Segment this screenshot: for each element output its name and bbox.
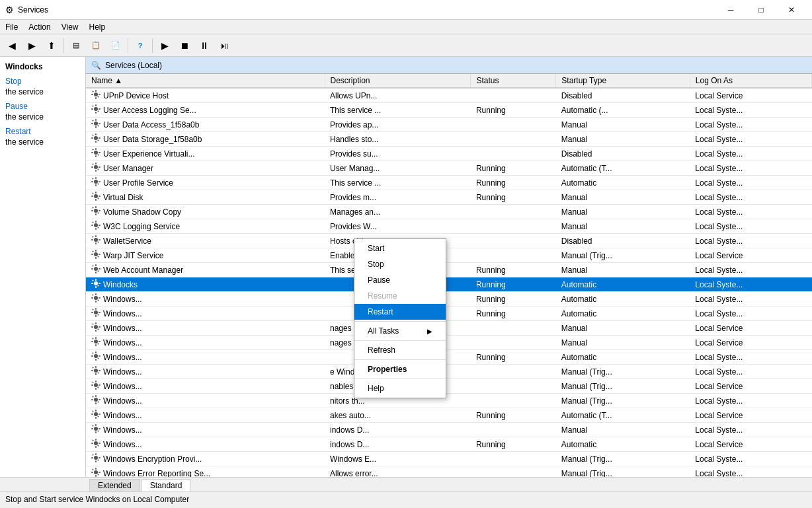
menu-help[interactable]: Help [84, 21, 111, 33]
svg-rect-67 [99, 225, 101, 226]
col-header-status[interactable]: Status [471, 74, 556, 88]
table-row[interactable]: User ManagerUser Manag...RunningAutomati… [86, 161, 812, 176]
context-menu-item-all-tasks[interactable]: All Tasks▶ [354, 323, 446, 339]
maximize-button[interactable]: □ [746, 0, 776, 20]
col-header-logon[interactable]: Log On As [690, 74, 811, 88]
service-status [471, 365, 556, 379]
service-status [471, 423, 556, 437]
menu-action[interactable]: Action [23, 21, 56, 33]
menu-bar: File Action View Help [0, 20, 812, 34]
table-row[interactable]: User Experience Virtuali...Provides su..… [86, 147, 812, 161]
svg-rect-162 [95, 424, 97, 426]
svg-rect-183 [95, 468, 97, 470]
service-status: Running [471, 307, 556, 321]
service-logon: Local Syste... [690, 277, 811, 292]
svg-rect-3 [91, 94, 93, 95]
context-menu-item-refresh[interactable]: Refresh [354, 342, 446, 358]
toolbar-copy[interactable]: 📋 [87, 36, 105, 55]
tab-standard[interactable]: Standard [142, 479, 191, 491]
table-row[interactable]: Warp JIT ServiceEnables JIT ...Manual (T… [86, 248, 812, 263]
service-logon: Local Syste... [690, 466, 811, 478]
table-row[interactable]: WalletServiceHosts objec...DisabledLocal… [86, 234, 812, 248]
table-row[interactable]: User Data Access_1f58a0bProvides ap...Ma… [86, 118, 812, 132]
table-row[interactable]: Web Account ManagerThis service ...Runni… [86, 263, 812, 277]
svg-rect-172 [99, 443, 101, 444]
minimize-button[interactable]: ─ [715, 0, 746, 20]
service-status: Running [471, 292, 556, 307]
table-row[interactable]: Windows...nages au...ManualLocal Service [86, 336, 812, 350]
svg-rect-46 [99, 181, 101, 182]
service-logon: Local Syste... [690, 263, 811, 277]
toolbar-up[interactable]: ⬆ [42, 36, 61, 55]
toolbar-stop[interactable]: ⏹ [175, 36, 194, 55]
table-row[interactable]: Windows...indows D...ManualLocal Syste..… [86, 423, 812, 437]
menu-view[interactable]: View [56, 21, 84, 33]
toolbar-back[interactable]: ◀ [3, 36, 21, 55]
service-icon [91, 395, 101, 406]
table-row[interactable]: Windows...akes auto...RunningAutomatic (… [86, 408, 812, 423]
context-menu-item-pause[interactable]: Pause [354, 272, 446, 288]
toolbar-properties[interactable]: 📄 [106, 36, 125, 55]
table-row[interactable]: Windows Error Reporting Se...Allows erro… [86, 466, 812, 478]
table-row[interactable]: Windows...nages au...ManualLocal Service [86, 321, 812, 336]
table-row[interactable]: Windows...RunningAutomaticLocal Syste... [86, 292, 812, 307]
toolbar-show-hide[interactable]: ▤ [67, 36, 85, 55]
toolbar-pause[interactable]: ⏸ [195, 36, 214, 55]
context-menu-item-help[interactable]: Help [354, 381, 446, 396]
svg-rect-64 [95, 221, 97, 223]
service-desc: This service ... [325, 103, 471, 118]
table-row[interactable]: User Access Logging Se...This service ..… [86, 103, 812, 118]
services-table-container[interactable]: Name ▲ Description Status Startup Type L… [86, 74, 812, 477]
table-row[interactable]: W3C Logging ServiceProvides W...ManualLo… [86, 219, 812, 234]
table-row[interactable]: User Data Storage_1f58a0bHandles sto...M… [86, 132, 812, 147]
table-row[interactable]: Windows...e Windo...Manual (Trig...Local… [86, 365, 812, 379]
table-row[interactable]: Windows...nitors th...Manual (Trig...Loc… [86, 394, 812, 408]
service-desc: Allows error... [325, 466, 471, 478]
restart-service-link[interactable]: Restart [5, 127, 80, 136]
svg-rect-62 [97, 212, 99, 214]
col-header-name[interactable]: Name ▲ [86, 74, 325, 88]
svg-rect-101 [91, 297, 93, 299]
table-row[interactable]: UPnP Device HostAllows UPn...DisabledLoc… [86, 88, 812, 103]
context-menu-item-restart[interactable]: Restart [354, 304, 446, 320]
tab-extended[interactable]: Extended [89, 479, 140, 491]
service-desc: Provides m... [325, 190, 471, 205]
service-startup: Manual [556, 336, 690, 350]
context-menu-item-stop[interactable]: Stop [354, 256, 446, 272]
table-row[interactable]: Windows...nables mul...Manual (Trig...Lo… [86, 379, 812, 394]
toolbar-play[interactable]: ▶ [155, 36, 174, 55]
col-header-startup[interactable]: Startup Type [556, 74, 690, 88]
table-row[interactable]: Virtual DiskProvides m...RunningManualLo… [86, 190, 812, 205]
tab-bar: Extended Standard [0, 477, 812, 491]
svg-rect-89 [92, 265, 94, 267]
table-row[interactable]: Volume Shadow CopyManages an...ManualLoc… [86, 205, 812, 219]
service-name: Windows... [103, 382, 142, 391]
toolbar-sep2 [128, 38, 128, 53]
svg-rect-186 [99, 472, 101, 473]
table-row[interactable]: Windows Encryption Provi...Windows E...M… [86, 452, 812, 466]
svg-rect-128 [95, 359, 97, 361]
pause-service-link[interactable]: Pause [5, 102, 80, 111]
service-icon [91, 133, 101, 145]
col-header-desc[interactable]: Description [325, 74, 471, 88]
svg-rect-76 [97, 241, 99, 243]
stop-service-text: the service [5, 87, 44, 96]
menu-file[interactable]: File [0, 21, 23, 33]
svg-point-105 [94, 310, 98, 314]
context-menu-item-properties[interactable]: Properties [354, 361, 446, 377]
table-row[interactable]: WindocksRunningAutomaticLocal Syste... [86, 277, 812, 292]
table-row[interactable]: Windows...RunningAutomaticLocal Syste... [86, 350, 812, 365]
table-row[interactable]: Windows...indows D...RunningAutomaticLoc… [86, 437, 812, 452]
service-status [471, 205, 556, 219]
stop-service-link[interactable]: Stop [5, 77, 80, 86]
context-menu-item-start[interactable]: Start [354, 240, 446, 256]
toolbar-resume[interactable]: ⏯ [215, 36, 233, 55]
svg-rect-143 [91, 384, 93, 386]
close-button[interactable]: ✕ [776, 0, 807, 20]
table-row[interactable]: User Profile ServiceThis service ...Runn… [86, 176, 812, 190]
toolbar-forward[interactable]: ▶ [22, 36, 41, 55]
table-row[interactable]: Windows...RunningAutomaticLocal Syste... [86, 307, 812, 321]
svg-point-154 [94, 412, 98, 416]
toolbar-help[interactable]: ? [131, 36, 149, 55]
svg-rect-165 [99, 428, 101, 429]
